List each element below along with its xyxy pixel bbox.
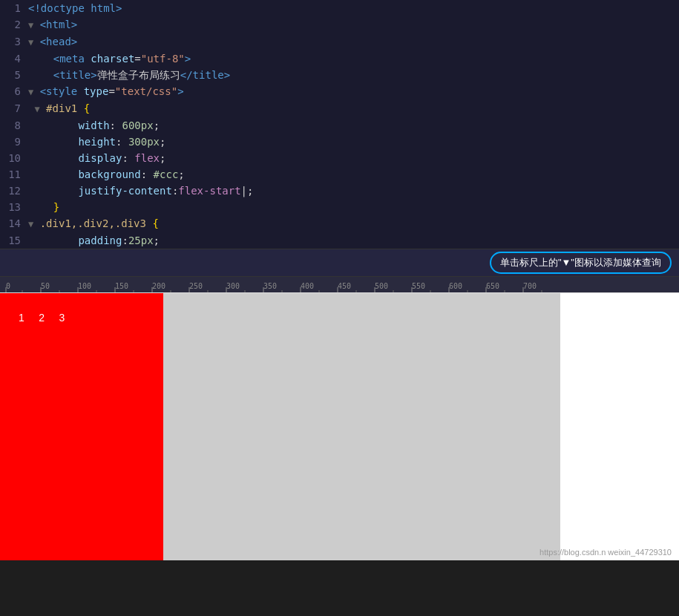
preview-area: 1 2 3 https://blog.csdn.n weixin_4472931… xyxy=(0,293,679,560)
code-line-9: 9 height: 300px; xyxy=(0,134,679,150)
line-num-9: 9 xyxy=(0,134,28,150)
line-content-3: ▼ <head> xyxy=(28,33,679,50)
line-num-14: 14 xyxy=(0,215,28,232)
svg-text:0: 0 xyxy=(6,282,10,290)
svg-text:100: 100 xyxy=(78,282,91,290)
line-num-8: 8 xyxy=(0,117,28,134)
line-num-15: 15 xyxy=(0,232,28,249)
code-line-15: 15 padding:25px; xyxy=(0,232,679,249)
code-editor: 1 <!doctype html> 2 ▼ <html> 3 ▼ <head> … xyxy=(0,0,679,249)
line-num-11: 11 xyxy=(0,166,28,183)
line-content-6: ▼ <style type="text/css"> xyxy=(28,83,679,100)
line-num-6: 6 xyxy=(0,83,28,99)
line-num-3: 3 xyxy=(0,33,28,50)
watermark-text: https://blog.csdn.n weixin_44729310 xyxy=(539,548,672,557)
code-line-11: 11 background: #ccc; xyxy=(0,166,679,183)
line-content-9: height: 300px; xyxy=(28,134,679,150)
code-line-2: 2 ▼ <html> xyxy=(0,16,679,33)
line-content-1: <!doctype html> xyxy=(28,0,679,16)
line-num-5: 5 xyxy=(0,67,28,83)
svg-text:500: 500 xyxy=(375,282,388,290)
code-lines: 1 <!doctype html> 2 ▼ <html> 3 ▼ <head> … xyxy=(0,0,679,249)
svg-text:300: 300 xyxy=(226,282,240,290)
child-1-label: 1 xyxy=(19,312,24,324)
svg-text:450: 450 xyxy=(338,282,351,290)
line-content-15: padding:25px; xyxy=(28,232,679,249)
code-line-8: 8 width: 600px; xyxy=(0,117,679,134)
svg-text:700: 700 xyxy=(523,282,537,290)
line-num-4: 4 xyxy=(0,50,28,67)
code-line-13: 13 } xyxy=(0,199,679,215)
line-num-1: 1 xyxy=(0,0,28,16)
code-line-14: 14 ▼ .div1,.div2,.div3 { xyxy=(0,215,679,232)
code-line-4: 4 <meta charset="utf-8"> xyxy=(0,50,679,67)
line-content-7: ▼ #div1 { xyxy=(28,100,679,117)
code-line-5: 5 <title>弹性盒子布局练习</title> xyxy=(0,67,679,83)
svg-text:50: 50 xyxy=(41,282,50,290)
watermark: https://blog.csdn.n weixin_44729310 xyxy=(539,548,672,557)
code-line-10: 10 display: flex; xyxy=(0,150,679,166)
child-2-label-inline: 2 xyxy=(39,312,45,324)
line-content-2: ▼ <html> xyxy=(28,16,679,33)
line-num-2: 2 xyxy=(0,16,28,33)
line-content-14: ▼ .div1,.div2,.div3 { xyxy=(28,215,679,232)
line-content-4: <meta charset="utf-8"> xyxy=(28,50,679,67)
flex-container: 1 2 3 xyxy=(0,293,560,560)
svg-text:250: 250 xyxy=(189,282,203,290)
code-line-6: 6 ▼ <style type="text/css"> xyxy=(0,83,679,100)
line-num-10: 10 xyxy=(0,150,28,166)
line-num-13: 13 xyxy=(0,199,28,215)
flex-child-1: 1 2 3 xyxy=(0,293,163,560)
line-content-10: display: flex; xyxy=(28,150,679,166)
code-line-7: 7 ▼ #div1 { xyxy=(0,100,679,117)
line-content-8: width: 600px; xyxy=(28,117,679,134)
svg-text:650: 650 xyxy=(486,282,499,290)
ruler: // This will be rendered statically 0 50… xyxy=(0,277,679,293)
code-line-12: 12 justify-content:flex-start|; xyxy=(0,183,679,199)
add-media-query-button[interactable]: 单击标尺上的"▼"图标以添加媒体查询 xyxy=(490,252,672,274)
code-line-1: 1 <!doctype html> xyxy=(0,0,679,16)
svg-text:150: 150 xyxy=(115,282,128,290)
svg-text:200: 200 xyxy=(152,282,165,290)
svg-text:550: 550 xyxy=(412,282,425,290)
line-content-12: justify-content:flex-start|; xyxy=(28,183,679,199)
line-content-13: } xyxy=(28,199,679,215)
line-num-7: 7 xyxy=(0,100,28,117)
svg-text:600: 600 xyxy=(449,282,462,290)
svg-text:400: 400 xyxy=(301,282,314,290)
child-3-label-inline: 3 xyxy=(59,312,65,324)
ruler-svg: // This will be rendered statically 0 50… xyxy=(0,277,679,293)
line-content-5: <title>弹性盒子布局练习</title> xyxy=(28,67,679,83)
svg-text:350: 350 xyxy=(263,282,277,290)
code-line-3: 3 ▼ <head> xyxy=(0,33,679,50)
line-num-12: 12 xyxy=(0,183,28,199)
line-content-11: background: #ccc; xyxy=(28,166,679,183)
media-query-button-label: 单击标尺上的"▼"图标以添加媒体查询 xyxy=(500,257,661,268)
media-query-bar: 单击标尺上的"▼"图标以添加媒体查询 xyxy=(0,249,679,277)
